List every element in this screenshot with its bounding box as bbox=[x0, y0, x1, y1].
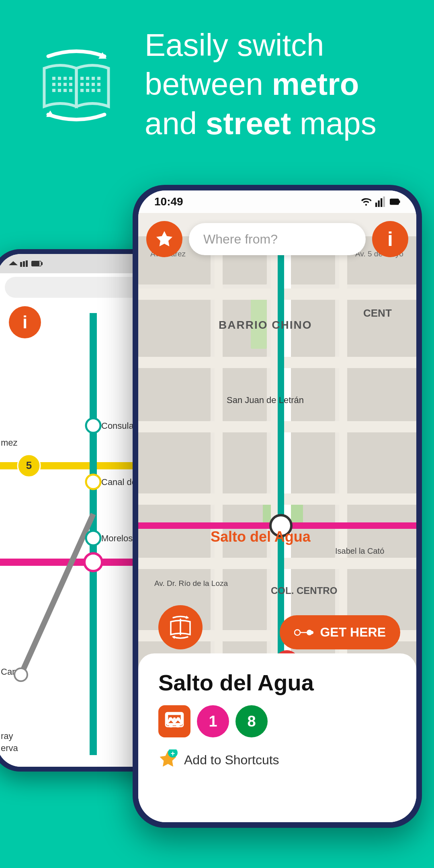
svg-rect-32 bbox=[375, 203, 377, 207]
svg-rect-8 bbox=[20, 262, 22, 267]
favorites-button[interactable] bbox=[146, 221, 182, 257]
get-here-button[interactable]: GET HERE bbox=[280, 615, 400, 649]
svg-point-28 bbox=[14, 668, 27, 681]
devices-container: i 5 Consulado bbox=[0, 169, 434, 868]
svg-line-19 bbox=[21, 514, 93, 675]
svg-rect-107 bbox=[169, 724, 173, 728]
svg-rect-108 bbox=[176, 724, 180, 728]
svg-text:Av. Dr. Río de la Loza: Av. Dr. Río de la Loza bbox=[154, 579, 228, 588]
svg-text:erva: erva bbox=[1, 743, 18, 753]
get-here-icon bbox=[294, 627, 313, 638]
line-8-badge: 8 bbox=[235, 705, 268, 737]
svg-rect-51 bbox=[343, 365, 416, 421]
svg-rect-47 bbox=[343, 293, 416, 357]
metro-badge bbox=[158, 705, 190, 737]
svg-rect-44 bbox=[138, 293, 211, 357]
svg-text:Morelos: Morelos bbox=[101, 533, 133, 543]
svg-point-105 bbox=[173, 717, 176, 720]
add-shortcuts-text: Add to Shortcuts bbox=[184, 753, 279, 768]
status-time: 10:49 bbox=[154, 195, 183, 208]
svg-rect-52 bbox=[138, 429, 211, 493]
svg-marker-98 bbox=[172, 636, 175, 639]
status-icons bbox=[361, 197, 400, 207]
svg-point-99 bbox=[295, 630, 300, 635]
svg-text:Salto del Agua: Salto del Agua bbox=[211, 528, 311, 545]
svg-point-20 bbox=[86, 418, 100, 433]
map-switch-icon bbox=[32, 40, 121, 129]
svg-point-24 bbox=[86, 531, 100, 545]
get-here-label: GET HERE bbox=[320, 625, 386, 640]
svg-rect-13 bbox=[41, 262, 43, 265]
line-badges: 1 8 bbox=[158, 705, 396, 737]
shortcut-star-icon: + bbox=[158, 749, 178, 770]
svg-rect-38 bbox=[399, 201, 400, 203]
svg-text:mez: mez bbox=[1, 438, 18, 448]
line-1-badge: 1 bbox=[197, 705, 229, 737]
svg-rect-35 bbox=[383, 197, 385, 207]
svg-point-26 bbox=[84, 553, 102, 571]
svg-point-102 bbox=[310, 631, 313, 634]
status-bar: 10:49 bbox=[138, 190, 416, 213]
top-banner: Easily switch between metro and street m… bbox=[0, 0, 434, 169]
svg-text:COL. CENTRO: COL. CENTRO bbox=[271, 585, 337, 596]
map-area: BARRIO CHINO San Juan de Letrán CENT COL… bbox=[138, 213, 416, 822]
info-button-second[interactable]: i bbox=[9, 306, 41, 338]
banner-headline: Easily switch between metro and street m… bbox=[145, 26, 377, 143]
svg-text:CENT: CENT bbox=[363, 307, 392, 319]
svg-point-104 bbox=[169, 717, 172, 720]
svg-text:Isabel la Cató: Isabel la Cató bbox=[335, 547, 384, 555]
svg-text:ray: ray bbox=[1, 731, 13, 741]
svg-rect-56 bbox=[138, 502, 211, 558]
svg-rect-61 bbox=[219, 566, 267, 630]
svg-rect-10 bbox=[26, 260, 28, 267]
search-placeholder-text: Where from? bbox=[203, 232, 278, 247]
bottom-card: Salto del Agua bbox=[138, 653, 416, 822]
svg-rect-33 bbox=[378, 201, 380, 207]
svg-point-106 bbox=[178, 717, 180, 720]
svg-point-22 bbox=[86, 475, 100, 489]
svg-rect-37 bbox=[391, 199, 397, 204]
main-phone: 10:49 bbox=[133, 185, 422, 828]
svg-rect-9 bbox=[23, 261, 25, 267]
svg-text:5: 5 bbox=[26, 459, 32, 471]
svg-rect-34 bbox=[381, 198, 382, 207]
station-name: Salto del Agua bbox=[158, 669, 396, 696]
svg-rect-49 bbox=[219, 365, 267, 421]
svg-rect-12 bbox=[32, 262, 39, 266]
svg-rect-53 bbox=[219, 429, 267, 493]
search-bar-container: Where from? i bbox=[146, 221, 408, 257]
svg-text:BARRIO CHINO: BARRIO CHINO bbox=[219, 319, 312, 331]
switch-map-button[interactable] bbox=[158, 605, 203, 649]
info-button-main[interactable]: i bbox=[372, 221, 408, 257]
svg-text:+: + bbox=[171, 749, 175, 757]
svg-rect-48 bbox=[138, 365, 211, 421]
add-shortcuts-button[interactable]: + Add to Shortcuts bbox=[158, 749, 396, 770]
search-input[interactable]: Where from? bbox=[189, 223, 366, 255]
svg-text:San Juan de Letrán: San Juan de Letrán bbox=[227, 395, 304, 405]
svg-rect-55 bbox=[343, 429, 416, 493]
svg-marker-97 bbox=[186, 616, 189, 619]
